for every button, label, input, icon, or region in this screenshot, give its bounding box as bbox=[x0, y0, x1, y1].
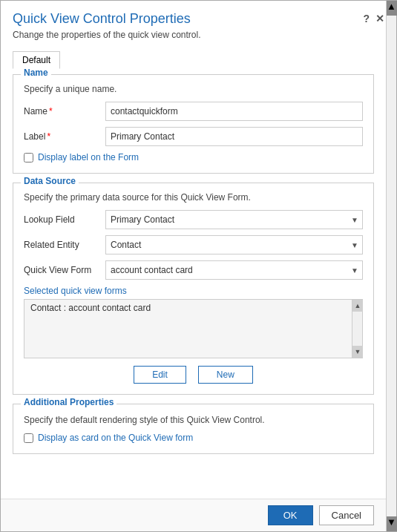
name-label: Name* bbox=[24, 106, 105, 116]
additional-section: Additional Properties Specify the defaul… bbox=[13, 404, 374, 454]
datasource-section-desc: Specify the primary data source for this… bbox=[24, 192, 363, 203]
title-bar-right: ? ✕ bbox=[363, 11, 384, 24]
close-icon[interactable]: ✕ bbox=[375, 13, 384, 24]
selected-forms-listbox[interactable]: Contact : account contact card ▲ ▼ bbox=[24, 299, 363, 358]
listbox-scroll-down[interactable]: ▼ bbox=[352, 346, 363, 358]
related-entity-select[interactable]: Contact bbox=[105, 235, 363, 254]
tab-bar: Default bbox=[13, 50, 374, 68]
title-bar-left: Quick View Control Properties Change the… bbox=[13, 11, 200, 40]
related-entity-label: Related Entity bbox=[24, 240, 105, 250]
datasource-section: Data Source Specify the primary data sou… bbox=[13, 183, 374, 395]
content-area: Default Name Specify a unique name. Name… bbox=[1, 45, 386, 499]
tab-default[interactable]: Default bbox=[13, 51, 60, 69]
footer-bar: OK Cancel bbox=[1, 499, 396, 531]
quick-view-form-row: Quick View Form account contact card ▼ bbox=[24, 260, 363, 280]
name-row: Name* bbox=[24, 102, 363, 121]
display-label-checkbox[interactable] bbox=[24, 153, 33, 162]
listbox-scroll-up[interactable]: ▲ bbox=[352, 300, 363, 312]
label-input[interactable] bbox=[105, 127, 363, 146]
quick-view-form-select-wrap: account contact card ▼ bbox=[105, 260, 363, 280]
name-section: Name Specify a unique name. Name* Label*… bbox=[13, 74, 374, 174]
selected-forms-label: Selected quick view forms bbox=[24, 286, 363, 296]
cancel-button[interactable]: Cancel bbox=[319, 505, 374, 525]
label-row: Label* bbox=[24, 127, 363, 146]
scrollbar-track[interactable]: ▲ ▼ bbox=[386, 1, 396, 531]
lookup-select[interactable]: Primary Contact bbox=[105, 210, 363, 229]
lookup-select-wrap: Primary Contact ▼ bbox=[105, 210, 363, 229]
datasource-section-legend: Data Source bbox=[21, 176, 79, 186]
edit-button[interactable]: Edit bbox=[134, 366, 186, 384]
name-section-legend: Name bbox=[21, 68, 51, 78]
display-as-card-label: Display as card on the Quick View form bbox=[38, 433, 193, 443]
dialog-subtitle: Change the properties of the quick view … bbox=[13, 30, 200, 40]
datasource-btn-row: Edit New bbox=[24, 366, 363, 384]
listbox-item: Contact : account contact card bbox=[24, 300, 362, 316]
display-as-card-row: Display as card on the Quick View form bbox=[24, 433, 363, 443]
new-button[interactable]: New bbox=[198, 366, 253, 384]
related-entity-select-wrap: Contact ▼ bbox=[105, 235, 363, 254]
lookup-label: Lookup Field bbox=[24, 214, 105, 225]
additional-section-desc: Specify the default rendering style of t… bbox=[24, 415, 363, 425]
quick-view-form-label: Quick View Form bbox=[24, 265, 105, 275]
label-label: Label* bbox=[24, 131, 105, 142]
title-bar: Quick View Control Properties Change the… bbox=[1, 1, 396, 45]
display-label-row: Display label on the Form bbox=[24, 152, 363, 162]
lookup-row: Lookup Field Primary Contact ▼ bbox=[24, 210, 363, 229]
dialog: Quick View Control Properties Change the… bbox=[0, 0, 397, 532]
display-as-card-checkbox[interactable] bbox=[24, 433, 33, 443]
related-entity-row: Related Entity Contact ▼ bbox=[24, 235, 363, 254]
additional-section-legend: Additional Properties bbox=[21, 397, 117, 407]
selected-forms-area: Selected quick view forms Contact : acco… bbox=[24, 286, 363, 358]
ok-button[interactable]: OK bbox=[268, 505, 313, 525]
scrollbar-thumb-bottom[interactable]: ▼ bbox=[387, 516, 397, 531]
name-input[interactable] bbox=[105, 102, 363, 121]
quick-view-form-select[interactable]: account contact card bbox=[105, 260, 363, 280]
scrollbar-thumb-top[interactable]: ▲ bbox=[387, 1, 397, 16]
display-label-text: Display label on the Form bbox=[38, 152, 139, 162]
help-icon[interactable]: ? bbox=[363, 13, 370, 24]
name-section-desc: Specify a unique name. bbox=[24, 84, 363, 94]
listbox-scrollbar[interactable]: ▲ ▼ bbox=[352, 300, 362, 358]
dialog-title: Quick View Control Properties bbox=[13, 11, 200, 27]
